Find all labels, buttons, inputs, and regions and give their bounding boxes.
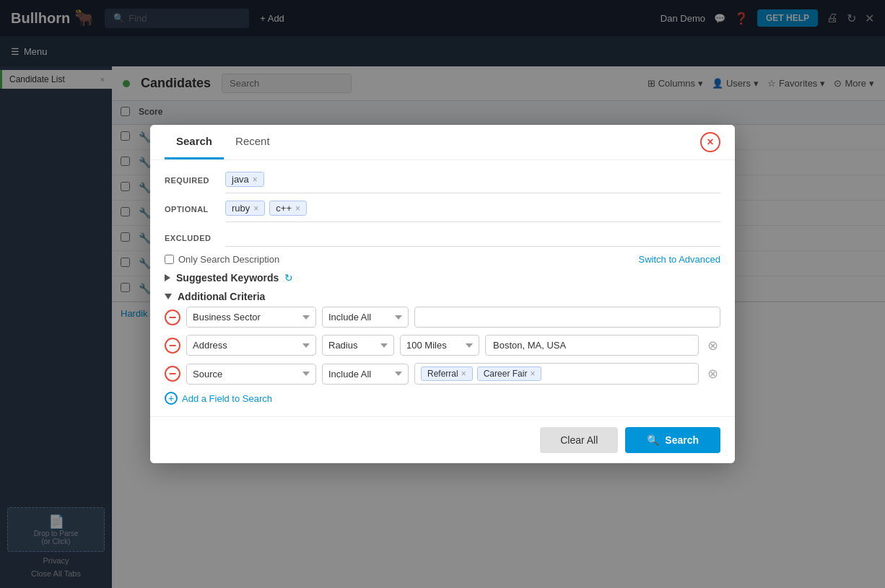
excluded-tags bbox=[225, 229, 720, 247]
optional-tags: ruby × c++ × bbox=[225, 201, 720, 222]
source-tag-referral-text: Referral bbox=[427, 369, 458, 379]
tab-recent[interactable]: Recent bbox=[224, 125, 282, 159]
optional-row: OPTIONAL ruby × c++ × bbox=[165, 201, 720, 222]
optional-tag-cpp-remove-icon[interactable]: × bbox=[295, 203, 300, 214]
optional-label: OPTIONAL bbox=[165, 201, 217, 214]
optional-tag-cpp[interactable]: c++ × bbox=[269, 201, 307, 216]
only-search-label: Only Search Description bbox=[178, 254, 279, 265]
switch-to-advanced-link[interactable]: Switch to Advanced bbox=[639, 254, 720, 265]
clear-all-button[interactable]: Clear All bbox=[540, 427, 618, 453]
field-select-row2[interactable]: Address bbox=[186, 335, 316, 356]
include-select-row1[interactable]: Include All Include Any Exclude bbox=[322, 307, 409, 328]
address-input-row2[interactable] bbox=[485, 335, 699, 356]
field-select-row1[interactable]: Business Sector bbox=[186, 307, 316, 328]
optional-tag-ruby-text: ruby bbox=[232, 203, 250, 214]
additional-criteria-section[interactable]: Additional Criteria bbox=[165, 291, 720, 302]
radius-type-select-row2[interactable]: Radius bbox=[322, 335, 394, 356]
add-field-label: Add a Field to Search bbox=[182, 393, 272, 404]
clear-source-button[interactable]: ⊗ bbox=[705, 366, 720, 382]
add-field-plus-icon: + bbox=[165, 392, 178, 405]
only-search-row: Only Search Description Switch to Advanc… bbox=[165, 254, 720, 265]
modal-overlay[interactable]: Search Recent × REQUIRED java × bbox=[0, 0, 885, 588]
field-select-row3[interactable]: Source bbox=[186, 364, 316, 385]
optional-tag-ruby[interactable]: ruby × bbox=[225, 201, 265, 216]
source-tag-career-fair-text: Career Fair bbox=[484, 369, 528, 379]
miles-select-row2[interactable]: 100 Miles 25 Miles 50 Miles 200 Miles bbox=[400, 335, 479, 356]
source-tag-referral-remove-icon[interactable]: × bbox=[461, 369, 466, 379]
add-field-link[interactable]: + Add a Field to Search bbox=[165, 392, 720, 405]
required-label: REQUIRED bbox=[165, 172, 217, 185]
additional-chevron-icon bbox=[165, 294, 172, 299]
modal-scroll-area: REQUIRED java × OPTIONAL ruby × bbox=[150, 160, 735, 416]
suggested-keywords-section[interactable]: Suggested Keywords ↻ bbox=[165, 272, 720, 284]
modal-footer: Clear All 🔍 Search bbox=[150, 416, 735, 463]
modal-body: REQUIRED java × OPTIONAL ruby × bbox=[150, 160, 735, 416]
criteria-row-2: − Address Radius 100 Miles 25 Miles 50 M… bbox=[165, 335, 720, 356]
source-tag-referral[interactable]: Referral × bbox=[421, 367, 473, 381]
search-button-icon: 🔍 bbox=[647, 434, 659, 446]
excluded-label: EXCLUDED bbox=[165, 229, 217, 242]
suggested-chevron-icon bbox=[165, 274, 170, 281]
modal-header: Search Recent × bbox=[150, 125, 735, 160]
excluded-row: EXCLUDED bbox=[165, 229, 720, 247]
remove-row3-button[interactable]: − bbox=[165, 366, 180, 382]
value-input-row1[interactable] bbox=[414, 307, 720, 328]
suggested-keywords-label: Suggested Keywords bbox=[176, 272, 279, 284]
required-tag-java-remove-icon[interactable]: × bbox=[253, 175, 258, 185]
required-tag-java-text: java bbox=[232, 174, 249, 185]
optional-tag-cpp-text: c++ bbox=[276, 203, 292, 214]
remove-row1-button[interactable]: − bbox=[165, 310, 180, 325]
modal-close-button[interactable]: × bbox=[700, 132, 720, 152]
tab-search[interactable]: Search bbox=[165, 125, 224, 159]
required-row: REQUIRED java × bbox=[165, 172, 720, 193]
search-button-label: Search bbox=[665, 434, 699, 446]
required-tag-java[interactable]: java × bbox=[225, 172, 264, 187]
search-button[interactable]: 🔍 Search bbox=[625, 427, 720, 453]
optional-tag-ruby-remove-icon[interactable]: × bbox=[253, 203, 258, 214]
criteria-row-1: − Business Sector Include All Include An… bbox=[165, 307, 720, 328]
criteria-row-3: − Source Include All Include Any Exclude… bbox=[165, 363, 720, 385]
include-select-row3[interactable]: Include All Include Any Exclude bbox=[322, 364, 409, 385]
additional-criteria-label: Additional Criteria bbox=[178, 291, 265, 302]
search-modal: Search Recent × REQUIRED java × bbox=[150, 125, 735, 463]
source-tags-input[interactable]: Referral × Career Fair × bbox=[414, 363, 699, 385]
clear-address-button[interactable]: ⊗ bbox=[705, 338, 720, 354]
source-tag-career-fair[interactable]: Career Fair × bbox=[477, 367, 542, 381]
source-tag-career-fair-remove-icon[interactable]: × bbox=[530, 369, 535, 379]
suggested-refresh-icon[interactable]: ↻ bbox=[284, 272, 293, 284]
only-search-checkbox[interactable] bbox=[165, 255, 174, 264]
required-tags: java × bbox=[225, 172, 720, 193]
remove-row2-button[interactable]: − bbox=[165, 338, 180, 354]
